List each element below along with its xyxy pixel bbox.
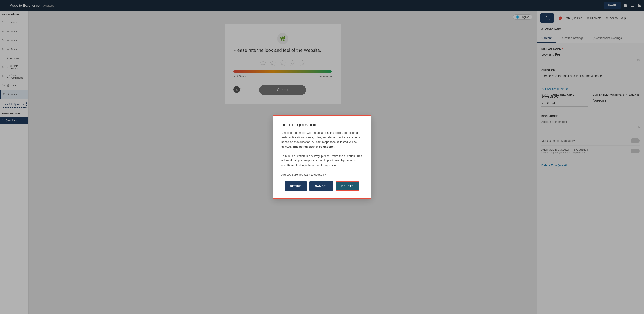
modal-body-paragraph-3: Are you sure you want to delete it? [281, 172, 363, 177]
modal-body-paragraph-1: Deleting a question will impact all disp… [281, 131, 363, 149]
cancel-button[interactable]: CANCEL [310, 181, 333, 191]
modal-title: DELETE QUESTION [281, 123, 363, 127]
modal-overlay: DELETE QUESTION Deleting a question will… [0, 0, 644, 314]
delete-question-modal: DELETE QUESTION Deleting a question will… [273, 116, 371, 199]
modal-body-paragraph-2: To hide a question in a survey, please R… [281, 154, 363, 168]
modal-body: Deleting a question will impact all disp… [281, 131, 363, 177]
modal-actions: RETIRE CANCEL DELETE [281, 181, 363, 191]
retire-button[interactable]: RETIRE [285, 181, 307, 191]
delete-button[interactable]: DELETE [336, 181, 359, 191]
